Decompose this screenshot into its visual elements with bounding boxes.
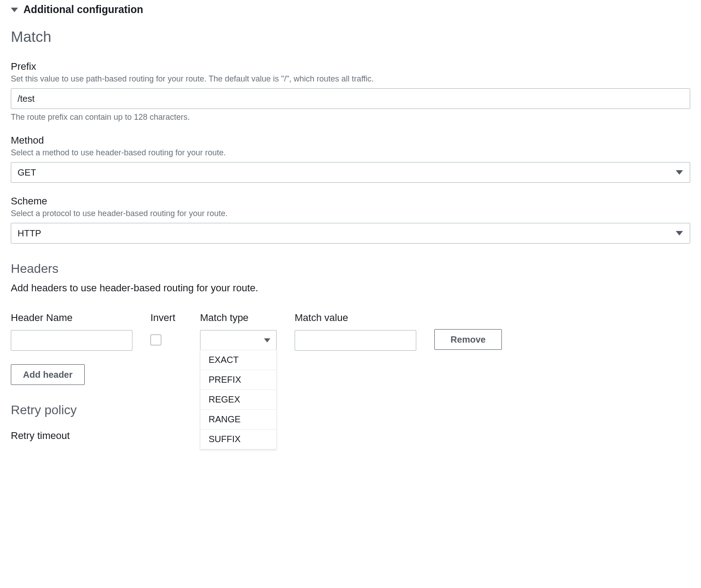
prefix-input[interactable] (11, 88, 690, 109)
match-type-option-regex[interactable]: REGEX (200, 390, 276, 410)
scheme-select-value: HTTP (18, 228, 41, 239)
retry-timeout-label: Retry timeout (11, 430, 690, 442)
match-type-column: Match type EXACT PREFIX REGEX RANGE SUFF… (200, 312, 277, 351)
invert-label: Invert (150, 312, 182, 324)
header-name-label: Header Name (11, 312, 132, 324)
method-desc: Select a method to use header-based rout… (11, 148, 690, 158)
match-value-input[interactable] (295, 330, 416, 351)
match-type-option-prefix[interactable]: PREFIX (200, 370, 276, 390)
match-section-title: Match (11, 28, 690, 45)
method-select[interactable]: GET (11, 162, 690, 183)
retry-policy-title: Retry policy (11, 403, 690, 417)
match-type-label: Match type (200, 312, 277, 324)
prefix-desc: Set this value to use path-based routing… (11, 74, 690, 84)
remove-button[interactable]: Remove (434, 329, 502, 350)
invert-column: Invert (150, 312, 182, 345)
prefix-field-block: Prefix Set this value to use path-based … (11, 61, 690, 122)
match-type-dropdown: EXACT PREFIX REGEX RANGE SUFFIX (200, 350, 277, 449)
prefix-label: Prefix (11, 61, 690, 72)
match-type-option-exact[interactable]: EXACT (200, 350, 276, 370)
scheme-label: Scheme (11, 195, 690, 207)
remove-column: Remove (434, 312, 502, 350)
additional-configuration-title: Additional configuration (23, 4, 143, 16)
add-header-button[interactable]: Add header (11, 364, 85, 385)
headers-row: Header Name Invert Match type EXACT PREF… (11, 312, 690, 351)
match-type-option-range[interactable]: RANGE (200, 410, 276, 430)
method-label: Method (11, 135, 690, 146)
header-name-input[interactable] (11, 330, 132, 351)
match-type-select[interactable] (200, 330, 277, 351)
match-value-label: Match value (295, 312, 416, 324)
scheme-desc: Select a protocol to use header-based ro… (11, 209, 690, 218)
headers-section-title: Headers (11, 262, 690, 276)
scheme-field-block: Scheme Select a protocol to use header-b… (11, 195, 690, 244)
method-select-value: GET (18, 167, 36, 178)
invert-checkbox[interactable] (150, 335, 161, 345)
match-type-option-suffix[interactable]: SUFFIX (200, 430, 276, 449)
additional-configuration-toggle[interactable]: Additional configuration (11, 4, 690, 16)
match-value-column: Match value (295, 312, 416, 351)
header-name-column: Header Name (11, 312, 132, 351)
chevron-down-icon (11, 8, 18, 12)
scheme-select[interactable]: HTTP (11, 223, 690, 244)
headers-intro: Add headers to use header-based routing … (11, 282, 690, 294)
method-field-block: Method Select a method to use header-bas… (11, 135, 690, 183)
prefix-constraint: The route prefix can contain up to 128 c… (11, 113, 690, 122)
